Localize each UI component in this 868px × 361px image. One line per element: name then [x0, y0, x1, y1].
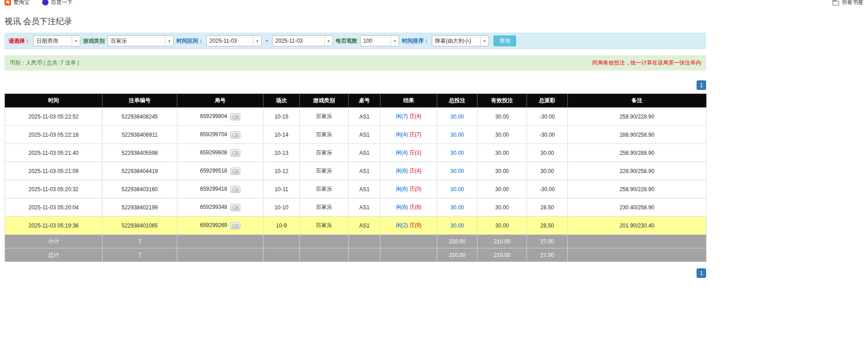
page-size-value: 100: [361, 38, 390, 44]
round-video-icon[interactable]: [230, 222, 240, 229]
bet-row[interactable]: 2025-11-03 05:21:40522938405598659299608…: [5, 144, 707, 162]
page-size-select[interactable]: 100 ▼: [360, 35, 399, 46]
cell-remark: 258.90/228.90: [568, 180, 707, 198]
valid-bet-notice-text: 同局有效投注，统一计算在该局第一张注单内: [592, 59, 701, 67]
chevron-down-icon: ▼: [390, 36, 399, 46]
bet-row[interactable]: 2025-11-03 05:22:18522938406911659299704…: [5, 126, 707, 144]
all-bookmarks-button[interactable]: 所有书签: [833, 0, 863, 6]
column-header: 桌号: [349, 94, 380, 108]
date-from-select[interactable]: 2025-11-03 ▼: [206, 35, 262, 46]
footer-cell: [349, 235, 380, 248]
footer-cell: [263, 235, 300, 248]
pagination-page-1[interactable]: 1: [697, 268, 706, 278]
footer-cell: [177, 248, 263, 262]
cell-bet-id: 522938405598: [102, 144, 177, 162]
cell-valid-bet: 30.00: [478, 180, 527, 198]
total-row: 总计7210.00210.0027.00: [5, 248, 707, 262]
round-id-text: 659299518: [200, 168, 227, 174]
bet-row[interactable]: 2025-11-03 05:20:04522938402199659299348…: [5, 198, 707, 217]
cell-table-no: AS1: [349, 217, 380, 235]
bet-row[interactable]: 2025-11-03 05:19:36522938401065659299269…: [5, 217, 707, 235]
total-bet-link[interactable]: 30.00: [450, 186, 464, 193]
footer-cell: 210.00: [478, 248, 527, 262]
result-player: 闲(7): [396, 113, 408, 119]
result-player: 闲(4): [396, 149, 408, 156]
game-type-label: 游戏类别: [83, 37, 105, 45]
total-bet-link[interactable]: 30.00: [450, 168, 464, 174]
column-header: 结果: [380, 94, 437, 108]
round-id-text: 659299269: [200, 222, 227, 228]
column-header: 局号: [177, 94, 263, 108]
cell-time: 2025-11-03 05:20:32: [5, 180, 102, 198]
bookmark-aitaobao[interactable]: 淘 爱淘宝: [5, 0, 29, 6]
result-banker: 庄(9): [410, 222, 422, 228]
footer-cell: 210.00: [437, 248, 478, 262]
bet-row[interactable]: 2025-11-03 05:21:09522938404419659299518…: [5, 162, 707, 180]
cell-payout: -30.00: [527, 126, 568, 144]
bet-row[interactable]: 2025-11-03 05:20:32522938403160659299418…: [5, 180, 707, 198]
pagination-top: 1: [5, 80, 706, 90]
cell-bet-id: 522938403160: [102, 180, 177, 198]
cell-time: 2025-11-03 05:19:36: [5, 217, 102, 235]
cell-game-type: 百家乐: [300, 108, 349, 126]
game-type-value: 百家乐: [108, 37, 165, 45]
cell-remark: 288.90/258.90: [568, 126, 707, 144]
filter-bar: 请选择： 日期查询 ▼ 游戏类别 百家乐 ▼ 时间区间： 2025-11-03 …: [5, 33, 706, 49]
cell-remark: 258.90/228.90: [568, 108, 707, 126]
total-bet-link[interactable]: 30.00: [450, 150, 464, 156]
bet-row[interactable]: 2025-11-03 05:22:52522938408245659299804…: [5, 108, 707, 126]
footer-cell: [177, 235, 263, 248]
cell-bet-id: 522938406911: [102, 126, 177, 144]
game-type-select[interactable]: 百家乐 ▼: [107, 35, 174, 46]
column-header: 备注: [568, 94, 707, 108]
table-body: 2025-11-03 05:22:52522938408245659299804…: [5, 108, 707, 262]
round-video-icon[interactable]: [230, 186, 240, 193]
video-thumbnail-glyph: [233, 188, 238, 191]
cell-total-bet: 30.00: [437, 198, 478, 217]
cell-payout: 28.50: [527, 198, 568, 217]
cell-remark: 230.40/258.90: [568, 198, 707, 217]
cell-table-no: AS1: [349, 144, 380, 162]
date-to-select[interactable]: 2025-11-03 ▼: [272, 35, 333, 46]
cell-remark: 201.90/230.40: [568, 217, 707, 235]
sort-order-label: 时间排序：: [402, 37, 429, 45]
cell-payout: -30.00: [527, 180, 568, 198]
cell-game-type: 百家乐: [300, 162, 349, 180]
cell-valid-bet: 30.00: [478, 162, 527, 180]
cell-round-id: 659299269: [177, 217, 263, 235]
column-header: 场次: [263, 94, 300, 108]
bookmarks-bar: 淘 爱淘宝 百度一下 所有书签: [0, 0, 868, 6]
round-video-icon[interactable]: [230, 131, 240, 138]
chevron-down-icon: ▼: [253, 36, 261, 46]
sort-order-select[interactable]: 降幂(由大到小) ▼: [432, 35, 489, 46]
round-video-icon[interactable]: [230, 168, 240, 175]
total-bet-link[interactable]: 30.00: [450, 223, 464, 229]
round-video-icon[interactable]: [230, 149, 240, 157]
total-bet-link[interactable]: 30.00: [450, 132, 464, 138]
result-player: 闲(4): [396, 131, 408, 138]
result-banker: 庄(1): [410, 149, 422, 156]
round-video-icon[interactable]: [230, 113, 240, 120]
footer-cell: [300, 235, 349, 248]
cell-result: 闲(6) 庄(0): [380, 180, 437, 198]
cell-time: 2025-11-03 05:21:09: [5, 162, 102, 180]
total-bet-link[interactable]: 30.00: [450, 204, 464, 211]
cell-result: 闲(2) 庄(9): [380, 217, 437, 235]
cell-session: 10-11: [263, 180, 300, 198]
page-size-label: 每页笔数: [336, 37, 357, 45]
total-bet-link[interactable]: 30.00: [450, 114, 464, 120]
result-player: 闲(6): [396, 186, 408, 192]
round-video-icon[interactable]: [230, 204, 240, 211]
footer-cell: [380, 248, 437, 262]
round-id-text: 659299418: [200, 186, 227, 192]
query-mode-select[interactable]: 日期查询 ▼: [33, 35, 80, 46]
search-button[interactable]: 查询: [493, 35, 516, 46]
footer-cell: 7: [102, 235, 177, 248]
chevron-down-icon: ▼: [480, 36, 488, 46]
result-player: 闲(6): [396, 168, 408, 174]
cell-result: 闲(6) 庄(8): [380, 198, 437, 217]
cell-round-id: 659299518: [177, 162, 263, 180]
pagination-page-1[interactable]: 1: [697, 80, 706, 90]
bookmark-baidu[interactable]: 百度一下: [42, 0, 73, 6]
cell-session: 10-10: [263, 198, 300, 217]
